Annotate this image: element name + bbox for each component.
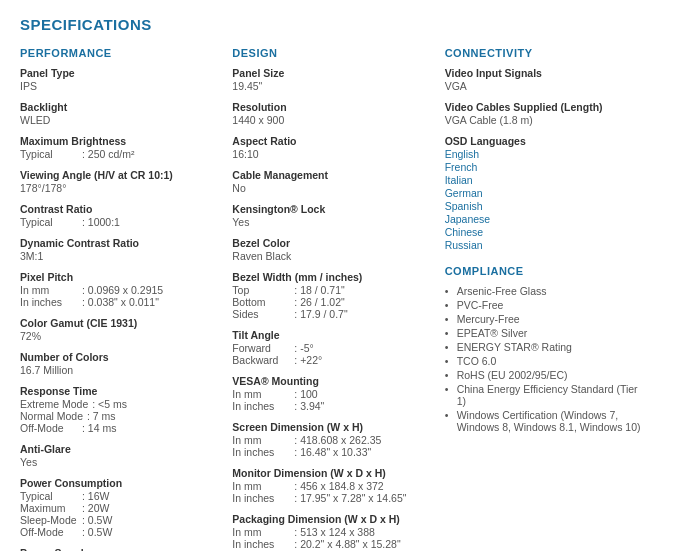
anti-glare-value: Yes: [20, 456, 222, 468]
vesa-group: VESA® Mounting In mm : 100 In inches : 3…: [232, 375, 434, 412]
pkg-dim-group: Packaging Dimension (W x D x H) In mm : …: [232, 513, 434, 550]
off-mode-rt-label: Off-Mode: [20, 422, 78, 434]
md-mm-label: In mm: [232, 480, 290, 492]
dynamic-contrast-group: Dynamic Contrast Ratio 3M:1: [20, 237, 222, 262]
lang-italian: Italian: [445, 174, 647, 186]
tilt-angle-group: Tilt Angle Forward : -5° Backward : +22°: [232, 329, 434, 366]
pixel-mm-value: : 0.0969 x 0.2915: [82, 284, 163, 296]
contrast-typical-value: : 1000:1: [82, 216, 120, 228]
compliance-section: COMPLIANCE Arsenic-Free Glass PVC-Free M…: [445, 265, 647, 433]
bw-sides-label: Sides: [232, 308, 290, 320]
sd-mm-value: : 418.608 x 262.35: [294, 434, 381, 446]
resolution-group: Resolution 1440 x 900: [232, 101, 434, 126]
vesa-mm-value: : 100: [294, 388, 317, 400]
page-title: SPECIFICATIONS: [20, 16, 657, 33]
tilt-angle-label: Tilt Angle: [232, 329, 434, 341]
contrast-typical: Typical : 1000:1: [20, 216, 222, 228]
response-time-label: Response Time: [20, 385, 222, 397]
num-colors-value: 16.7 Million: [20, 364, 222, 376]
pd-in-value: : 20.2" x 4.88" x 15.28": [294, 538, 400, 550]
lang-french: French: [445, 161, 647, 173]
video-input-label: Video Input Signals: [445, 67, 647, 79]
typical-value: : 250 cd/m²: [82, 148, 135, 160]
max-brightness-typical: Typical : 250 cd/m²: [20, 148, 222, 160]
tilt-backward-value: : +22°: [294, 354, 322, 366]
performance-title: PERFORMANCE: [20, 47, 222, 59]
extreme-mode-value: : <5 ms: [92, 398, 127, 410]
viewing-angle-label: Viewing Angle (H/V at CR 10:1): [20, 169, 222, 181]
compliance-title: COMPLIANCE: [445, 265, 647, 277]
bezel-width-label: Bezel Width (mm / inches): [232, 271, 434, 283]
pc-sleep-label: Sleep-Mode: [20, 514, 78, 526]
lang-chinese: Chinese: [445, 226, 647, 238]
kensington-value: Yes: [232, 216, 434, 228]
tilt-forward-value: : -5°: [294, 342, 313, 354]
compliance-list: Arsenic-Free Glass PVC-Free Mercury-Free…: [445, 285, 647, 433]
normal-mode-label: Normal Mode: [20, 410, 83, 422]
vesa-label: VESA® Mounting: [232, 375, 434, 387]
compliance-epeat: EPEAT® Silver: [445, 327, 647, 339]
panel-size-label: Panel Size: [232, 67, 434, 79]
monitor-dim-group: Monitor Dimension (W x D x H) In mm : 45…: [232, 467, 434, 504]
extreme-mode-label: Extreme Mode: [20, 398, 88, 410]
num-colors-label: Number of Colors: [20, 351, 222, 363]
lang-german: German: [445, 187, 647, 199]
sd-mm-label: In mm: [232, 434, 290, 446]
connectivity-title: CONNECTIVITY: [445, 47, 647, 59]
backlight-label: Backlight: [20, 101, 222, 113]
resolution-label: Resolution: [232, 101, 434, 113]
panel-type-group: Panel Type IPS: [20, 67, 222, 92]
aspect-ratio-value: 16:10: [232, 148, 434, 160]
cable-mgmt-value: No: [232, 182, 434, 194]
pixel-in-label: In inches: [20, 296, 78, 308]
panel-size-group: Panel Size 19.45": [232, 67, 434, 92]
compliance-china-energy: China Energy Efficiency Standard (Tier 1…: [445, 383, 647, 407]
bezel-color-value: Raven Black: [232, 250, 434, 262]
color-gamut-value: 72%: [20, 330, 222, 342]
bezel-color-label: Bezel Color: [232, 237, 434, 249]
panel-type-value: IPS: [20, 80, 222, 92]
pc-max-label: Maximum: [20, 502, 78, 514]
panel-size-value: 19.45": [232, 80, 434, 92]
pc-off-label: Off-Mode: [20, 526, 78, 538]
video-input-group: Video Input Signals VGA: [445, 67, 647, 92]
tilt-forward-label: Forward: [232, 342, 290, 354]
backlight-group: Backlight WLED: [20, 101, 222, 126]
pd-mm-label: In mm: [232, 526, 290, 538]
cable-mgmt-label: Cable Management: [232, 169, 434, 181]
dynamic-contrast-label: Dynamic Contrast Ratio: [20, 237, 222, 249]
pixel-pitch-mm: In mm : 0.0969 x 0.2915: [20, 284, 222, 296]
pc-max-value: : 20W: [82, 502, 109, 514]
compliance-rohs: RoHS (EU 2002/95/EC): [445, 369, 647, 381]
aspect-ratio-group: Aspect Ratio 16:10: [232, 135, 434, 160]
sd-in-label: In inches: [232, 446, 290, 458]
monitor-dim-label: Monitor Dimension (W x D x H): [232, 467, 434, 479]
bezel-color-group: Bezel Color Raven Black: [232, 237, 434, 262]
typical-label: Typical: [20, 148, 78, 160]
viewing-angle-value: 178°/178°: [20, 182, 222, 194]
compliance-energy-star: ENERGY STAR® Rating: [445, 341, 647, 353]
power-supply-label: Power Supply: [20, 547, 222, 551]
compliance-mercury: Mercury-Free: [445, 313, 647, 325]
pc-typical-label: Typical: [20, 490, 78, 502]
video-cables-label: Video Cables Supplied (Length): [445, 101, 647, 113]
pc-typical-value: : 16W: [82, 490, 109, 502]
vesa-in-value: : 3.94": [294, 400, 324, 412]
compliance-windows: Windows Certification (Windows 7, Window…: [445, 409, 647, 433]
contrast-ratio-label: Contrast Ratio: [20, 203, 222, 215]
bezel-width-group: Bezel Width (mm / inches) Top : 18 / 0.7…: [232, 271, 434, 320]
design-title: DESIGN: [232, 47, 434, 59]
bw-bottom-label: Bottom: [232, 296, 290, 308]
lang-russian: Russian: [445, 239, 647, 251]
backlight-value: WLED: [20, 114, 222, 126]
screen-dim-group: Screen Dimension (W x H) In mm : 418.608…: [232, 421, 434, 458]
contrast-typical-label: Typical: [20, 216, 78, 228]
max-brightness-label: Maximum Brightness: [20, 135, 222, 147]
power-supply-group: Power Supply Internal: [20, 547, 222, 551]
design-column: DESIGN Panel Size 19.45" Resolution 1440…: [232, 47, 444, 551]
anti-glare-label: Anti-Glare: [20, 443, 222, 455]
vesa-mm-label: In mm: [232, 388, 290, 400]
aspect-ratio-label: Aspect Ratio: [232, 135, 434, 147]
lang-english: English: [445, 148, 647, 160]
video-cables-value: VGA Cable (1.8 m): [445, 114, 647, 126]
